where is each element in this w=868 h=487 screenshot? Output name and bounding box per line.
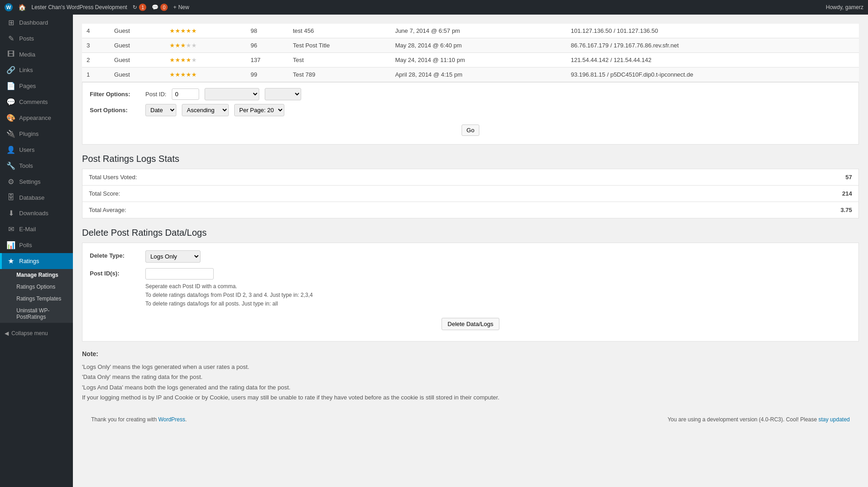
hint1: Seperate each Post ID with a comma. <box>145 282 313 291</box>
new-label: New <box>178 4 189 10</box>
table-row: 4 Guest ★★★★★ 98 test 456 June 7, 2014 @… <box>82 24 859 38</box>
row-id: 2 <box>82 53 110 67</box>
sidebar-label-ratings: Ratings <box>19 258 39 264</box>
row-ip: 101.127.136.50 / 101.127.136.50 <box>566 24 859 38</box>
stay-updated-link[interactable]: stay updated <box>818 416 850 423</box>
post-ids-group: Seperate each Post ID with a comma. To d… <box>145 268 313 309</box>
submenu-ratings-templates[interactable]: Ratings Templates <box>0 293 73 305</box>
sidebar-label-posts: Posts <box>19 35 34 42</box>
ratings-submenu: Manage Ratings Ratings Options Ratings T… <box>0 269 73 323</box>
row-user: Guest <box>110 24 165 38</box>
plus-icon: + <box>173 4 176 10</box>
table-row: 3 Guest ★★★★★ 96 Test Post Title May 28,… <box>82 38 859 53</box>
post-ids-input[interactable] <box>145 268 214 280</box>
sidebar-item-polls[interactable]: 📊 Polls <box>0 237 73 253</box>
updates-item[interactable]: ↻ 1 <box>133 4 146 11</box>
filter-type-select[interactable] <box>205 88 259 100</box>
wp-logo: W <box>5 3 13 11</box>
sidebar-item-settings[interactable]: ⚙ Settings <box>0 174 73 190</box>
updates-count: 1 <box>139 4 146 11</box>
row-ip: 93.196.81.15 / p5DC4510F.dip0.t-ipconnec… <box>566 67 859 82</box>
note-line: 'Logs Only' means the logs generated whe… <box>82 362 859 372</box>
main-content: 4 Guest ★★★★★ 98 test 456 June 7, 2014 @… <box>73 15 868 487</box>
sidebar-item-users[interactable]: 👤 Users <box>0 142 73 158</box>
delete-hints: Seperate each Post ID with a comma. To d… <box>145 282 313 309</box>
sidebar-item-ratings[interactable]: ★ Ratings <box>0 253 73 269</box>
ratings-icon: ★ <box>6 257 15 265</box>
sidebar-item-appearance[interactable]: 🎨 Appearance <box>0 110 73 126</box>
post-id-input[interactable] <box>172 88 199 100</box>
collapse-menu-button[interactable]: ◀ Collapse menu <box>0 326 73 340</box>
row-user: Guest <box>110 67 165 82</box>
delete-data-logs-button[interactable]: Delete Data/Logs <box>442 318 499 330</box>
admin-sidebar: ⊞ Dashboard ✎ Posts 🎞 Media 🔗 Links 📄 Pa… <box>0 15 73 487</box>
row-stars: ★★★★★ <box>165 24 246 38</box>
wp-footer: Thank you for creating with WordPress. Y… <box>82 412 859 427</box>
row-date: April 28, 2014 @ 4:15 pm <box>390 67 566 82</box>
filter-options-row: Filter Options: Post ID: <box>90 88 851 100</box>
comments-item[interactable]: 💬 0 <box>152 4 168 11</box>
updates-icon: ↻ <box>133 4 137 10</box>
sidebar-label-users: Users <box>19 146 35 153</box>
stat-value: 3.75 <box>636 202 858 218</box>
note-title: Note: <box>82 349 859 360</box>
per-page-select[interactable]: Per Page: 20 Per Page: 40 Per Page: 60 <box>234 104 284 116</box>
sidebar-label-polls: Polls <box>19 242 32 249</box>
row-score: 96 <box>246 38 288 53</box>
stats-section-title: Post Ratings Logs Stats <box>82 154 859 164</box>
sort-options-label: Sort Options: <box>90 107 140 114</box>
site-name-item[interactable]: Lester Chan's WordPress Development <box>31 4 127 10</box>
note-lines: 'Logs Only' means the logs generated whe… <box>82 362 859 402</box>
links-icon: 🔗 <box>6 66 15 74</box>
stat-label: Total Average: <box>82 202 637 218</box>
sort-order-select[interactable]: Ascending Descending <box>182 104 229 116</box>
sidebar-item-media[interactable]: 🎞 Media <box>0 47 73 62</box>
plugins-icon: 🔌 <box>6 130 15 138</box>
sidebar-item-posts[interactable]: ✎ Posts <box>0 31 73 47</box>
collapse-icon: ◀ <box>5 330 9 337</box>
ratings-log-table: 4 Guest ★★★★★ 98 test 456 June 7, 2014 @… <box>82 24 859 82</box>
filter-subtype-select[interactable] <box>265 88 301 100</box>
sidebar-item-tools[interactable]: 🔧 Tools <box>0 158 73 174</box>
row-user: Guest <box>110 53 165 67</box>
sidebar-label-email: E-Mail <box>19 226 36 233</box>
howdy-text: Howdy, gamerz <box>826 4 863 10</box>
hint3: To delete ratings data/logs for all post… <box>145 300 313 308</box>
row-user: Guest <box>110 38 165 53</box>
post-ids-label: Post ID(s): <box>90 268 140 277</box>
sidebar-item-pages[interactable]: 📄 Pages <box>0 78 73 94</box>
sidebar-item-dashboard[interactable]: ⊞ Dashboard <box>0 15 73 31</box>
sidebar-item-links[interactable]: 🔗 Links <box>0 62 73 78</box>
sidebar-item-plugins[interactable]: 🔌 Plugins <box>0 126 73 142</box>
sidebar-item-email[interactable]: ✉ E-Mail <box>0 221 73 237</box>
posts-icon: ✎ <box>6 34 15 43</box>
collapse-label: Collapse menu <box>11 330 48 337</box>
email-icon: ✉ <box>6 225 15 233</box>
filter-options-label: Filter Options: <box>90 91 140 98</box>
stats-row: Total Average: 3.75 <box>82 202 859 218</box>
stat-value: 57 <box>636 169 858 186</box>
sort-options-row: Sort Options: Date Score Post User Ascen… <box>90 104 851 116</box>
sidebar-item-comments[interactable]: 💬 Comments <box>0 94 73 110</box>
note-section: Note: 'Logs Only' means the logs generat… <box>82 349 859 403</box>
table-row: 2 Guest ★★★★★ 137 Test May 24, 2014 @ 11… <box>82 53 859 67</box>
delete-type-select[interactable]: Logs Only Data Only Logs And Data <box>145 250 200 263</box>
sidebar-item-downloads[interactable]: ⬇ Downloads <box>0 205 73 221</box>
row-post: Test 789 <box>288 67 390 82</box>
go-button[interactable]: Go <box>462 124 479 136</box>
filter-panel: Filter Options: Post ID: Sort Options: D… <box>82 82 859 145</box>
submenu-manage-ratings[interactable]: Manage Ratings <box>0 269 73 281</box>
submenu-ratings-options[interactable]: Ratings Options <box>0 281 73 293</box>
new-content-item[interactable]: + New <box>173 4 189 10</box>
row-stars: ★★★★★ <box>165 53 246 67</box>
delete-panel: Delete Type: Logs Only Data Only Logs An… <box>82 243 859 342</box>
sort-field-select[interactable]: Date Score Post User <box>145 104 176 116</box>
wordpress-link[interactable]: WordPress <box>158 416 185 423</box>
wp-logo-item[interactable]: W <box>5 3 13 11</box>
sidebar-label-tools: Tools <box>19 162 33 169</box>
submenu-uninstall[interactable]: Uninstall WP-PostRatings <box>0 305 73 323</box>
row-ip: 121.54.44.142 / 121.54.44.142 <box>566 53 859 67</box>
footer-left: Thank you for creating with WordPress. <box>91 416 187 423</box>
post-id-label: Post ID: <box>145 91 166 98</box>
sidebar-item-database[interactable]: 🗄 Database <box>0 190 73 205</box>
